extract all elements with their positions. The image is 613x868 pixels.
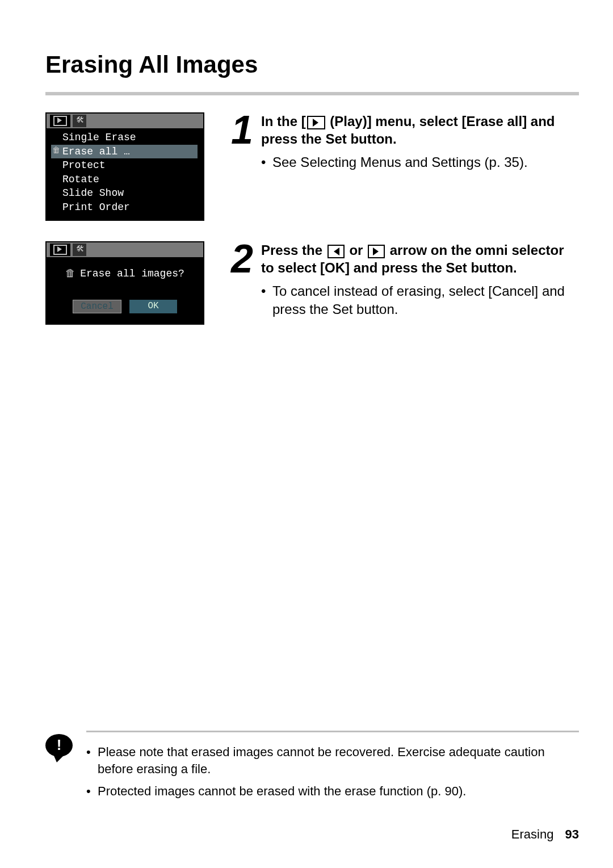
text: In the [ — [261, 114, 306, 129]
step-number: 1 — [227, 112, 252, 148]
note-text: Please note that erased images cannot be… — [98, 744, 579, 777]
trash-icon: 🗑 — [65, 267, 75, 280]
bullet-dot: • — [261, 282, 272, 317]
step-1: 🛠 Single Erase 🗑 Erase all … Protect Rot… — [45, 112, 579, 221]
tools-icon: 🛠 — [76, 116, 83, 126]
tab-play — [50, 115, 70, 127]
tab-tools: 🛠 — [73, 244, 86, 256]
manual-page: Erasing All Images 🛠 Single Erase 🗑 Eras… — [0, 0, 613, 868]
bullet-dot: • — [86, 744, 98, 777]
page-number: 93 — [565, 827, 579, 841]
bullet-text: To cancel instead of erasing, select [Ca… — [272, 282, 579, 317]
lcd-cancel-button: Cancel — [73, 300, 121, 313]
caution-note: ! • Please note that erased images canno… — [45, 731, 579, 800]
step-2: 🛠 🗑 Erase all images? Cancel OK 2 Press … — [45, 241, 579, 325]
bullet-text: See Selecting Menus and Settings (p. 35)… — [272, 153, 528, 171]
note-text: Protected images cannot be erased with t… — [98, 783, 466, 800]
play-icon — [307, 116, 325, 129]
confirm-text-label: Erase all images? — [80, 267, 184, 280]
step-number: 2 — [227, 241, 252, 277]
lcd-tabbar: 🛠 — [47, 242, 203, 257]
footer-section: Erasing — [511, 827, 554, 841]
confirm-question: 🗑 Erase all images? — [65, 267, 184, 280]
menu-item-label: Erase all … — [62, 146, 130, 157]
step-bullet: • To cancel instead of erasing, select [… — [261, 282, 579, 317]
caution-icon: ! — [45, 734, 74, 757]
text: or — [346, 242, 367, 258]
step-bullet: • See Selecting Menus and Settings (p. 3… — [261, 153, 579, 171]
trash-icon: 🗑 — [52, 146, 60, 156]
menu-item-selected: 🗑 Erase all … — [51, 145, 198, 159]
lcd-screenshot-confirm: 🛠 🗑 Erase all images? Cancel OK — [45, 241, 204, 325]
title-divider — [45, 92, 579, 95]
right-arrow-icon — [368, 245, 385, 258]
text: Press the — [261, 242, 326, 258]
step-heading: Press the or arrow on the omni selector … — [261, 241, 579, 276]
step-text: In the [ (Play)] menu, select [Erase all… — [261, 112, 579, 171]
play-icon — [53, 116, 67, 126]
tools-icon: 🛠 — [76, 245, 83, 255]
menu-item: Slide Show — [62, 186, 198, 200]
bullet-dot: • — [86, 783, 98, 800]
step-text: Press the or arrow on the omni selector … — [261, 241, 579, 318]
step-heading: In the [ (Play)] menu, select [Erase all… — [261, 112, 579, 148]
lcd-screenshot-menu: 🛠 Single Erase 🗑 Erase all … Protect Rot… — [45, 112, 204, 221]
lcd-tabbar: 🛠 — [47, 114, 203, 128]
menu-item: Print Order — [62, 200, 198, 215]
page-title: Erasing All Images — [45, 51, 579, 78]
menu-item: Single Erase — [62, 131, 198, 145]
menu-item: Rotate — [62, 173, 198, 187]
tab-tools: 🛠 — [73, 115, 86, 127]
note-bullet: • Please note that erased images cannot … — [86, 744, 579, 777]
menu-item: Protect — [62, 158, 198, 173]
note-bullet: • Protected images cannot be erased with… — [86, 783, 579, 800]
lcd-ok-button: OK — [129, 300, 177, 313]
page-footer: Erasing 93 — [511, 827, 579, 842]
play-icon — [53, 245, 67, 255]
bullet-dot: • — [261, 153, 272, 171]
tab-play — [50, 244, 70, 256]
lcd-menu-list: Single Erase 🗑 Erase all … Protect Rotat… — [47, 128, 203, 214]
left-arrow-icon — [328, 245, 345, 258]
